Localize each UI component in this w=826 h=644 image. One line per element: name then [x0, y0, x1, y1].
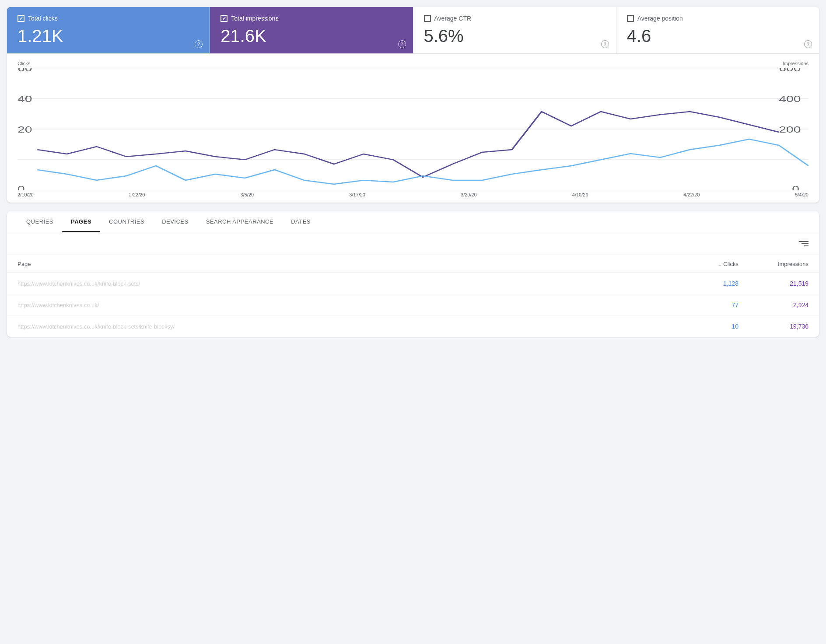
filter-icon[interactable] — [799, 241, 808, 246]
metric-help-position[interactable]: ? — [804, 40, 812, 48]
table-header: Page ↓ Clicks Impressions — [7, 255, 819, 273]
svg-text:40: 40 — [18, 94, 32, 104]
tab-pages[interactable]: PAGES — [62, 211, 100, 232]
tab-devices[interactable]: DEVICES — [153, 211, 197, 232]
svg-text:20: 20 — [18, 125, 32, 134]
x-label-6: 4/22/20 — [684, 192, 700, 197]
metric-average-position[interactable]: Average position 4.6 ? — [616, 7, 819, 53]
tab-queries[interactable]: QUERIES — [18, 211, 62, 232]
metric-label-ctr: Average CTR — [434, 15, 472, 22]
tab-dates[interactable]: DATES — [282, 211, 319, 232]
row-impressions-0: 21,519 — [738, 280, 808, 287]
metric-value-position: 4.6 — [627, 25, 808, 46]
table-card: QUERIES PAGES COUNTRIES DEVICES SEARCH A… — [7, 211, 819, 337]
x-axis-labels: 2/10/20 2/22/20 3/5/20 3/17/20 3/29/20 4… — [18, 190, 808, 197]
metric-help-clicks[interactable]: ? — [195, 40, 203, 48]
sort-arrow-down: ↓ — [718, 260, 721, 267]
filter-line-3 — [804, 245, 808, 246]
x-label-5: 4/10/20 — [572, 192, 588, 197]
chart-right-label: Impressions — [783, 61, 808, 66]
metric-total-clicks[interactable]: Total clicks 1.21K ? — [7, 7, 210, 53]
svg-text:0: 0 — [18, 184, 25, 190]
metric-header-impressions: Total impressions — [220, 15, 402, 22]
metric-label-clicks: Total clicks — [28, 15, 58, 22]
metric-value-ctr: 5.6% — [424, 25, 606, 46]
row-page-0[interactable]: https://www.kitchenknives.co.uk/knife-bl… — [18, 280, 668, 287]
svg-text:400: 400 — [779, 94, 801, 104]
metric-help-ctr[interactable]: ? — [601, 40, 609, 48]
tab-countries[interactable]: COUNTRIES — [100, 211, 153, 232]
chart-wrapper: 60 40 20 0 600 400 200 0 — [18, 68, 808, 190]
chart-axis-labels: Clicks Impressions — [18, 61, 808, 66]
metric-header-ctr: Average CTR — [424, 15, 606, 22]
tab-search-appearance[interactable]: SEARCH APPEARANCE — [197, 211, 282, 232]
col-header-page: Page — [18, 261, 668, 267]
metric-checkbox-position[interactable] — [627, 15, 634, 22]
metric-label-impressions: Total impressions — [231, 15, 278, 22]
filter-row — [7, 232, 819, 255]
filter-line-1 — [799, 241, 808, 242]
metric-value-clicks: 1.21K — [18, 25, 199, 46]
row-impressions-1: 2,924 — [738, 301, 808, 308]
x-label-1: 2/22/20 — [129, 192, 145, 197]
svg-text:60: 60 — [18, 68, 32, 73]
metric-checkbox-ctr[interactable] — [424, 15, 431, 22]
x-label-4: 3/29/20 — [461, 192, 477, 197]
metric-label-position: Average position — [637, 15, 683, 22]
chart-svg: 60 40 20 0 600 400 200 0 — [18, 68, 808, 190]
table-row: https://www.kitchenknives.co.uk/knife-bl… — [7, 316, 819, 337]
svg-text:600: 600 — [779, 68, 801, 73]
col-header-clicks[interactable]: ↓ Clicks — [668, 260, 738, 267]
row-page-2[interactable]: https://www.kitchenknives.co.uk/knife-bl… — [18, 323, 668, 330]
row-impressions-2: 19,736 — [738, 323, 808, 330]
metric-header-position: Average position — [627, 15, 808, 22]
x-label-3: 3/17/20 — [349, 192, 365, 197]
metric-header-clicks: Total clicks — [18, 15, 199, 22]
col-header-impressions[interactable]: Impressions — [738, 261, 808, 267]
table-row: https://www.kitchenknives.co.uk/knife-bl… — [7, 273, 819, 294]
row-page-1[interactable]: https://www.kitchenknives.co.uk/ — [18, 302, 668, 308]
metric-checkbox-clicks[interactable] — [18, 15, 24, 22]
row-clicks-2: 10 — [668, 323, 738, 330]
metric-value-impressions: 21.6K — [220, 25, 402, 46]
filter-line-2 — [802, 243, 808, 244]
svg-text:0: 0 — [792, 184, 799, 190]
metric-average-ctr[interactable]: Average CTR 5.6% ? — [413, 7, 616, 53]
x-label-7: 5/4/20 — [795, 192, 808, 197]
metrics-row: Total clicks 1.21K ? Total impressions 2… — [7, 7, 819, 54]
table-row: https://www.kitchenknives.co.uk/ 77 2,92… — [7, 294, 819, 316]
x-label-2: 3/5/20 — [241, 192, 254, 197]
metric-help-impressions[interactable]: ? — [398, 40, 406, 48]
col-clicks-label: Clicks — [723, 261, 738, 267]
metrics-chart-card: Total clicks 1.21K ? Total impressions 2… — [7, 7, 819, 203]
svg-text:200: 200 — [779, 125, 801, 134]
row-clicks-0: 1,128 — [668, 280, 738, 287]
chart-left-label: Clicks — [18, 61, 30, 66]
tabs-row: QUERIES PAGES COUNTRIES DEVICES SEARCH A… — [7, 211, 819, 232]
metric-checkbox-impressions[interactable] — [220, 15, 228, 22]
row-clicks-1: 77 — [668, 301, 738, 308]
metric-total-impressions[interactable]: Total impressions 21.6K ? — [210, 7, 413, 53]
x-label-0: 2/10/20 — [18, 192, 34, 197]
chart-area: Clicks Impressions 60 40 20 0 600 400 20… — [7, 54, 819, 203]
